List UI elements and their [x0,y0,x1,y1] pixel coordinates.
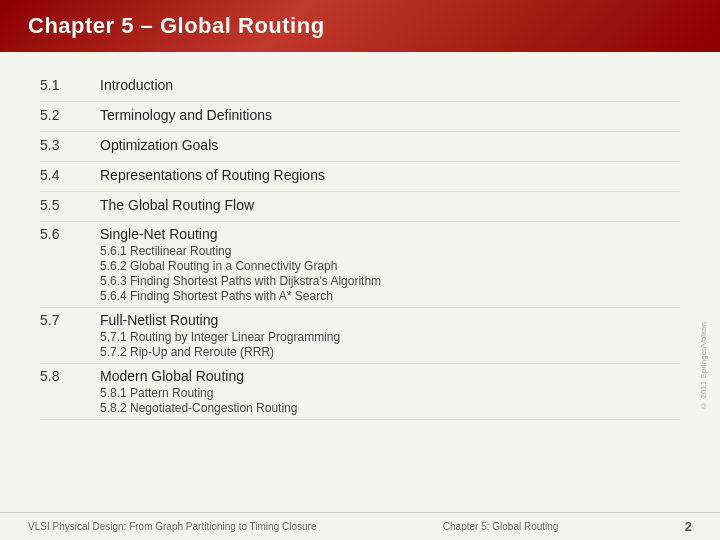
toc-row: 5.5The Global Routing Flow [40,192,680,222]
sub-items-block: 5.7.1 Routing by Integer Linear Programm… [40,330,680,359]
toc-main-line: 5.6Single-Net Routing [40,226,680,242]
toc-row: 5.1Introduction [40,72,680,102]
section-number: 5.6 [40,226,100,242]
section-title: Representations of Routing Regions [100,167,325,183]
section-number: 5.2 [40,107,100,123]
sub-item: 5.6.4 Finding Shortest Paths with A* Sea… [100,289,680,303]
sub-item: 5.6.2 Global Routing in a Connectivity G… [100,259,680,273]
sub-item: 5.6.3 Finding Shortest Paths with Dijkst… [100,274,680,288]
section-number: 5.4 [40,167,100,183]
section-title: Introduction [100,77,173,93]
slide-header: Chapter 5 – Global Routing [0,0,720,52]
sub-item: 5.7.1 Routing by Integer Linear Programm… [100,330,680,344]
slide-title: Chapter 5 – Global Routing [28,13,325,39]
toc-main-line: 5.7Full-Netlist Routing [40,312,680,328]
section-title: Modern Global Routing [100,368,244,384]
toc-row: 5.3Optimization Goals [40,132,680,162]
toc-row-with-subs: 5.8Modern Global Routing5.8.1 Pattern Ro… [40,364,680,420]
slide: Chapter 5 – Global Routing 5.1Introducti… [0,0,720,540]
toc-row-with-subs: 5.7Full-Netlist Routing5.7.1 Routing by … [40,308,680,364]
section-title: The Global Routing Flow [100,197,254,213]
section-title: Full-Netlist Routing [100,312,218,328]
footer-center-text: Chapter 5: Global Routing [443,521,559,532]
section-number: 5.3 [40,137,100,153]
sub-item: 5.8.2 Negotiated-Congestion Routing [100,401,680,415]
sub-item: 5.6.1 Rectilinear Routing [100,244,680,258]
sub-item: 5.8.1 Pattern Routing [100,386,680,400]
toc-main-line: 5.8Modern Global Routing [40,368,680,384]
sub-items-block: 5.8.1 Pattern Routing5.8.2 Negotiated-Co… [40,386,680,415]
section-title: Terminology and Definitions [100,107,272,123]
section-number: 5.1 [40,77,100,93]
section-number: 5.5 [40,197,100,213]
section-title: Optimization Goals [100,137,218,153]
footer-page-number: 2 [685,519,692,534]
sub-items-block: 5.6.1 Rectilinear Routing5.6.2 Global Ro… [40,244,680,303]
toc-row: 5.2Terminology and Definitions [40,102,680,132]
sub-item: 5.7.2 Rip-Up and Reroute (RRR) [100,345,680,359]
toc-content: 5.1Introduction5.2Terminology and Defini… [0,52,720,512]
section-number: 5.8 [40,368,100,384]
toc-row-with-subs: 5.6Single-Net Routing5.6.1 Rectilinear R… [40,222,680,308]
slide-footer: VLSI Physical Design: From Graph Partiti… [0,512,720,540]
side-credit: © 2011 Springer/Volkan [699,322,708,410]
footer-left-text: VLSI Physical Design: From Graph Partiti… [28,521,316,532]
toc-row: 5.4Representations of Routing Regions [40,162,680,192]
section-number: 5.7 [40,312,100,328]
section-title: Single-Net Routing [100,226,218,242]
